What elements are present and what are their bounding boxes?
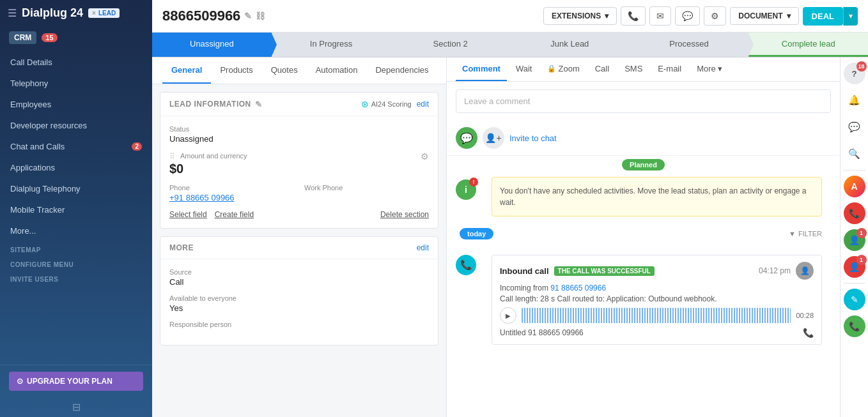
lead-badge-x[interactable]: × — [92, 10, 96, 17]
help-badge: 18 — [856, 61, 867, 72]
deal-button-group: DEAL ▾ — [803, 7, 858, 26]
settings-button[interactable]: ⚙ — [704, 6, 726, 26]
sidebar-item-mobile-tracker[interactable]: Mobile Tracker — [0, 199, 152, 220]
invite-icon[interactable]: 👤+ — [483, 127, 504, 149]
help-icon[interactable]: ? 18 — [844, 63, 865, 84]
configure-menu-label: CONFIGURE MENU — [0, 256, 152, 271]
activity-tab-call[interactable]: Call — [589, 57, 616, 81]
phone-green-bottom-icon[interactable]: 📞 — [844, 315, 865, 337]
avatar-image: A — [844, 176, 865, 197]
chat-button[interactable]: 💬 — [675, 6, 700, 26]
person-red-badge: 1 — [856, 255, 867, 265]
waveform — [522, 308, 791, 323]
tab-general[interactable]: General — [162, 57, 211, 84]
crm-label[interactable]: CRM — [9, 31, 36, 44]
crm-row: CRM 15 — [0, 26, 152, 49]
play-button[interactable]: ▶ — [500, 307, 516, 324]
tab-history[interactable]: History — [438, 57, 446, 84]
sidebar-item-chat-and-calls[interactable]: Chat and Calls 2 — [0, 136, 152, 157]
print-icon[interactable]: ⊟ — [0, 397, 152, 417]
bell-icon[interactable]: 🔔 — [844, 89, 865, 111]
pipeline-step-complete-lead[interactable]: Complete lead — [748, 33, 868, 57]
create-field-link[interactable]: Create field — [215, 210, 254, 219]
edit-phone-icon[interactable]: ✎ — [244, 11, 252, 21]
comment-box[interactable]: Leave a comment — [456, 89, 831, 113]
lead-badge: × LEAD — [88, 8, 120, 18]
extensions-dropdown-icon: ▾ — [605, 11, 608, 20]
sidebar-item-employees[interactable]: Employees — [0, 94, 152, 115]
amount-settings-icon[interactable]: ⚙ — [421, 151, 429, 162]
call-phone-icon[interactable]: 📞 — [803, 328, 814, 338]
deal-arrow-button[interactable]: ▾ — [843, 7, 858, 26]
audio-player: ▶ 00:28 — [500, 307, 814, 324]
ai-scoring[interactable]: ⊛ AI24 Scoring — [361, 99, 412, 109]
sidebar-item-developer-resources[interactable]: Developer resources — [0, 115, 152, 136]
sidebar-item-more[interactable]: More... — [0, 220, 152, 241]
activity-tab-comment[interactable]: Comment — [456, 57, 507, 81]
filter-button[interactable]: ▼ FILTER — [780, 230, 831, 238]
invite-chat-link[interactable]: Invite to chat — [509, 133, 557, 143]
pipeline-bar: Unassigned In Progress Section 2 Junk Le… — [152, 33, 868, 57]
search-icon[interactable]: 🔍 — [844, 143, 865, 165]
activity-tab-zoom[interactable]: 🔒 Zoom — [541, 57, 585, 81]
chat-calls-badge: 2 — [132, 142, 142, 151]
select-field-link[interactable]: Select field — [169, 210, 207, 219]
lead-info-edit[interactable]: edit — [417, 100, 429, 109]
activity-tab-more[interactable]: More ▾ — [690, 57, 729, 81]
person-green-badge: 1 — [856, 228, 867, 238]
more-header: MORE edit — [160, 237, 438, 259]
more-edit[interactable]: edit — [417, 243, 429, 252]
upgrade-plan-button[interactable]: ⊙ UPGRADE YOUR PLAN — [9, 372, 143, 391]
call-incoming: Incoming from 91 88665 09966 — [500, 284, 814, 292]
edit-cyan-icon[interactable]: ✎ — [844, 289, 865, 310]
phone-red-icon[interactable]: 📞 — [844, 202, 865, 224]
email-button[interactable]: ✉ — [649, 6, 671, 26]
link-icon[interactable]: ⛓ — [256, 11, 265, 21]
tab-products[interactable]: Products — [211, 57, 261, 84]
left-panel: General Products Quotes Automation Depen… — [152, 57, 446, 417]
activity-notice: You don't have any scheduled activities.… — [492, 177, 822, 216]
drag-handle[interactable]: ⠿ — [169, 152, 175, 161]
deal-button[interactable]: DEAL — [803, 7, 843, 26]
right-strip: ? 18 🔔 💬 🔍 A 📞 👤 1 👤 1 ✎ 📞 — [840, 57, 868, 417]
call-event-header: Inbound call THE CALL WAS SUCCESSFUL 04:… — [500, 262, 814, 280]
activity-tab-sms[interactable]: SMS — [618, 57, 649, 81]
hamburger-icon[interactable]: ☰ — [8, 7, 17, 19]
sidebar-item-call-details[interactable]: Call Details — [0, 52, 152, 73]
tab-quotes[interactable]: Quotes — [262, 57, 307, 84]
sidebar-item-dialplug-telephony[interactable]: Dialplug Telephony — [0, 178, 152, 199]
extensions-button[interactable]: EXTENSIONS ▾ — [543, 7, 617, 25]
pipeline-step-unassigned[interactable]: Unassigned — [152, 33, 272, 57]
top-bar: 8866509966 ✎ ⛓ EXTENSIONS ▾ 📞 ✉ 💬 ⚙ DOCU… — [152, 0, 868, 33]
more-title: MORE — [169, 243, 194, 252]
pipeline-step-in-progress[interactable]: In Progress — [272, 33, 391, 57]
edit-section-icon[interactable]: ✎ — [255, 100, 263, 109]
tab-automation[interactable]: Automation — [307, 57, 367, 84]
ai-icon: ⊛ — [361, 99, 369, 109]
notice-badge: ! — [469, 178, 478, 186]
delete-section-link[interactable]: Delete section — [380, 210, 429, 219]
lead-info-actions: ⊛ AI24 Scoring edit — [361, 99, 429, 109]
activity-tabs: Comment Wait 🔒 Zoom Call SMS E-mail More… — [447, 57, 840, 82]
more-body: Source Call Available to everyone Yes Re… — [160, 259, 438, 345]
tab-dependencies[interactable]: Dependencies — [366, 57, 437, 84]
activity-tab-email[interactable]: E-mail — [651, 57, 688, 81]
invite-chat-row: 💬 👤+ Invite to chat — [447, 121, 840, 156]
document-button[interactable]: DOCUMENT ▾ — [730, 7, 798, 25]
info-icon-dot: i ! — [456, 179, 476, 200]
activity-tab-wait[interactable]: Wait — [509, 57, 539, 81]
strip-divider-1 — [843, 170, 865, 171]
pipeline-step-junk-lead[interactable]: Junk Lead — [510, 33, 630, 57]
more-card: MORE edit Source Call Available to every… — [160, 236, 438, 345]
avatar[interactable]: A — [844, 176, 865, 197]
person-red-icon[interactable]: 👤 1 — [844, 256, 865, 278]
sidebar-item-telephony[interactable]: Telephony — [0, 73, 152, 94]
sidebar-item-applications[interactable]: Applications — [0, 157, 152, 178]
call-number-link[interactable]: 91 88665 09966 — [550, 284, 606, 292]
pipeline-step-processed[interactable]: Processed — [630, 33, 749, 57]
lead-badge-label: LEAD — [98, 10, 116, 17]
chat-strip-icon[interactable]: 💬 — [844, 116, 865, 138]
call-button[interactable]: 📞 — [621, 6, 646, 26]
person-green-icon[interactable]: 👤 1 — [844, 229, 865, 251]
pipeline-step-section2[interactable]: Section 2 — [391, 33, 510, 57]
